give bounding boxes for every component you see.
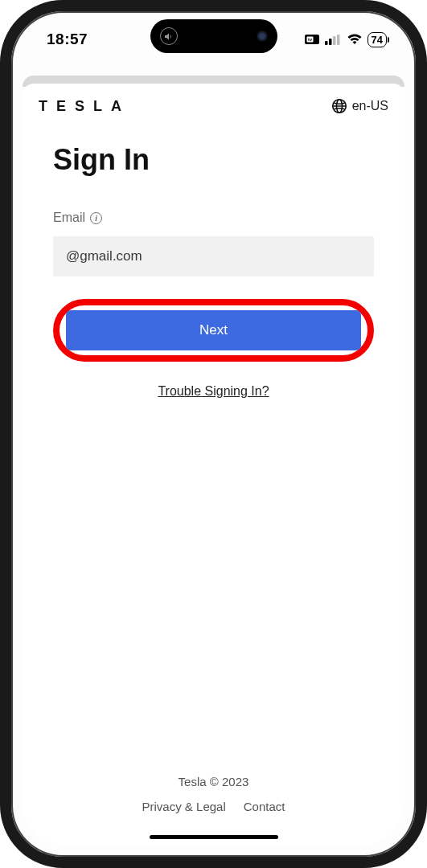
topbar: TESLA en-US (23, 84, 404, 121)
footer-links: Privacy & Legal Contact (53, 800, 374, 813)
page-title: Sign In (53, 143, 374, 177)
content-sheet: TESLA en-US Sign In Email i @gmail.com N… (23, 84, 404, 845)
svg-rect-3 (325, 41, 328, 45)
status-right: tv 74 (304, 32, 387, 47)
speaker-icon (160, 27, 178, 45)
tesla-logo: TESLA (39, 99, 135, 113)
device-frame: 18:57 tv 74 TESLA (0, 0, 427, 868)
svg-rect-4 (329, 39, 332, 45)
svg-rect-6 (337, 35, 340, 45)
email-visible-part: @gmail.com (66, 248, 142, 264)
wifi-icon (347, 34, 363, 45)
info-icon[interactable]: i (90, 212, 102, 224)
email-label: Email (53, 211, 85, 225)
email-field[interactable]: @gmail.com (53, 236, 374, 276)
next-button[interactable]: Next (66, 310, 361, 350)
privacy-legal-link[interactable]: Privacy & Legal (142, 800, 226, 813)
svg-text:TESLA: TESLA (39, 99, 130, 113)
email-label-row: Email i (53, 211, 374, 225)
globe-icon (331, 98, 347, 114)
battery-indicator: 74 (367, 32, 387, 47)
trouble-signing-in-link[interactable]: Trouble Signing In? (53, 384, 374, 399)
cellular-icon (325, 35, 342, 45)
copyright-text: Tesla © 2023 (53, 775, 374, 788)
contact-link[interactable]: Contact (244, 800, 285, 813)
main: Sign In Email i @gmail.com Next Trouble … (23, 121, 404, 845)
camera-icon (257, 31, 268, 42)
locale-selector[interactable]: en-US (331, 98, 388, 114)
locale-label: en-US (352, 99, 388, 113)
annotation-highlight: Next (53, 299, 374, 362)
dynamic-island (150, 19, 277, 53)
status-time: 18:57 (47, 31, 88, 48)
carplay-icon: tv (304, 34, 320, 45)
svg-rect-5 (333, 36, 336, 45)
home-indicator[interactable] (150, 835, 278, 839)
